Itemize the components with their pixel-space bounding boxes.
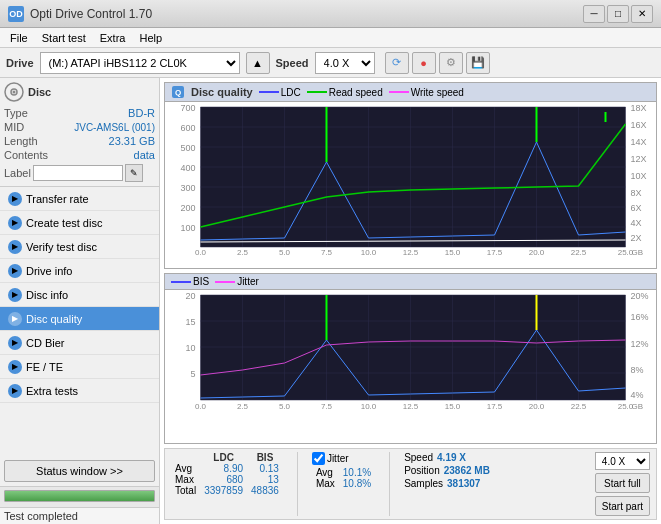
refresh-button[interactable]: ⟳ — [385, 52, 409, 74]
jitter-avg-label-text: Avg — [312, 467, 339, 478]
menu-bar: File Start test Extra Help — [0, 28, 661, 48]
start-part-button[interactable]: Start part — [595, 496, 650, 516]
menu-extra[interactable]: Extra — [94, 31, 132, 45]
svg-text:5: 5 — [190, 369, 195, 379]
progress-area — [0, 486, 159, 507]
nav-disc-quality[interactable]: ▶ Disc quality — [0, 307, 159, 331]
disc-length-row: Length 23.31 GB — [4, 134, 155, 148]
disc-label-row: Label ✎ — [4, 164, 155, 182]
stats-max-bis: 13 — [247, 474, 283, 485]
minimize-button[interactable]: ─ — [583, 5, 605, 23]
main-layout: Disc Type BD-R MID JVC-AMS6L (001) Lengt… — [0, 78, 661, 524]
svg-text:16X: 16X — [631, 120, 647, 130]
svg-text:17.5: 17.5 — [487, 248, 503, 257]
right-panel: Q Disc quality LDC Read speed Write spee… — [160, 78, 661, 524]
menu-file[interactable]: File — [4, 31, 34, 45]
nav-fe-te[interactable]: ▶ FE / TE — [0, 355, 159, 379]
disc-section: Disc Type BD-R MID JVC-AMS6L (001) Lengt… — [0, 78, 159, 187]
svg-text:12.5: 12.5 — [403, 248, 419, 257]
stats-separator-2 — [389, 452, 390, 516]
app-icon: OD — [8, 6, 24, 22]
window-title: Opti Drive Control 1.70 — [30, 7, 152, 21]
stats-avg-row: Avg 8.90 0.13 — [171, 463, 283, 474]
disc-mid-value: JVC-AMS6L (001) — [74, 122, 155, 133]
drive-select[interactable]: (M:) ATAPI iHBS112 2 CL0K — [40, 52, 240, 74]
progress-bar — [4, 490, 155, 502]
disc-quality-chart: Q Disc quality LDC Read speed Write spee… — [164, 82, 657, 269]
nav-label-cd-bier: CD Bier — [26, 337, 65, 349]
nav-create-test-disc[interactable]: ▶ Create test disc — [0, 211, 159, 235]
speed-label: Speed — [276, 57, 309, 69]
nav-icon-cd-bier: ▶ — [8, 336, 22, 350]
nav-icon-fe-te: ▶ — [8, 360, 22, 374]
svg-text:10: 10 — [185, 343, 195, 353]
svg-text:GB: GB — [632, 402, 644, 410]
speed-position-value: 23862 MB — [444, 465, 490, 476]
svg-text:8X: 8X — [631, 188, 642, 198]
nav-label-fe-te: FE / TE — [26, 361, 63, 373]
disc-quality-title: Disc quality — [191, 86, 253, 98]
stats-area: LDC BIS Avg 8.90 0.13 Max 680 13 — [164, 448, 657, 520]
nav-disc-info[interactable]: ▶ Disc info — [0, 283, 159, 307]
stats-total-ldc: 3397859 — [200, 485, 247, 496]
nav-label-disc-quality: Disc quality — [26, 313, 82, 325]
nav-transfer-rate[interactable]: ▶ Transfer rate — [0, 187, 159, 211]
svg-text:20%: 20% — [631, 291, 649, 301]
stats-total-row: Total 3397859 48836 — [171, 485, 283, 496]
svg-text:20: 20 — [185, 291, 195, 301]
disc-label-edit-button[interactable]: ✎ — [125, 164, 143, 182]
nav-label-verify-test-disc: Verify test disc — [26, 241, 97, 253]
disc-contents-row: Contents data — [4, 148, 155, 162]
stats-total-label: Total — [171, 485, 200, 496]
settings-button[interactable]: ⚙ — [439, 52, 463, 74]
speed-position-label: Position — [404, 465, 440, 476]
speed-select[interactable]: 4.0 X — [315, 52, 375, 74]
svg-text:16%: 16% — [631, 312, 649, 322]
disc-length-label: Length — [4, 135, 38, 147]
nav-verify-test-disc[interactable]: ▶ Verify test disc — [0, 235, 159, 259]
nav-extra-tests[interactable]: ▶ Extra tests — [0, 379, 159, 403]
speed-select-box[interactable]: 4.0 X — [595, 452, 650, 470]
svg-text:200: 200 — [180, 203, 195, 213]
speed-info: Speed 4.19 X Position 23862 MB Samples 3… — [404, 452, 490, 489]
nav-icon-transfer-rate: ▶ — [8, 192, 22, 206]
svg-text:7.5: 7.5 — [321, 402, 333, 410]
window-controls: ─ □ ✕ — [583, 5, 653, 23]
svg-text:0.0: 0.0 — [195, 402, 207, 410]
disc-button[interactable]: ● — [412, 52, 436, 74]
disc-type-value: BD-R — [128, 107, 155, 119]
close-button[interactable]: ✕ — [631, 5, 653, 23]
nav-label-transfer-rate: Transfer rate — [26, 193, 89, 205]
svg-text:17.5: 17.5 — [487, 402, 503, 410]
legend-jitter: Jitter — [215, 276, 259, 287]
jitter-avg-value: 10.1% — [339, 467, 375, 478]
menu-start-test[interactable]: Start test — [36, 31, 92, 45]
stats-avg-ldc: 8.90 — [200, 463, 247, 474]
svg-text:15: 15 — [185, 317, 195, 327]
left-panel: Disc Type BD-R MID JVC-AMS6L (001) Lengt… — [0, 78, 160, 524]
nav-cd-bier[interactable]: ▶ CD Bier — [0, 331, 159, 355]
eject-button[interactable]: ▲ — [246, 52, 270, 74]
svg-text:Q: Q — [175, 88, 181, 97]
jitter-check[interactable] — [312, 452, 325, 465]
status-window-button[interactable]: Status window >> — [4, 460, 155, 482]
title-bar: OD Opti Drive Control 1.70 ─ □ ✕ — [0, 0, 661, 28]
disc-title: Disc — [28, 86, 51, 98]
nav-drive-info[interactable]: ▶ Drive info — [0, 259, 159, 283]
save-button[interactable]: 💾 — [466, 52, 490, 74]
svg-text:20.0: 20.0 — [529, 248, 545, 257]
stats-table: LDC BIS Avg 8.90 0.13 Max 680 13 — [171, 452, 283, 496]
menu-help[interactable]: Help — [133, 31, 168, 45]
disc-quality-svg: 700 600 500 400 300 200 100 18X 16X 14X … — [165, 102, 656, 257]
start-full-button[interactable]: Start full — [595, 473, 650, 493]
svg-point-2 — [13, 91, 16, 94]
stats-avg-label: Avg — [171, 463, 200, 474]
maximize-button[interactable]: □ — [607, 5, 629, 23]
svg-text:10X: 10X — [631, 171, 647, 181]
nav-icon-verify-test-disc: ▶ — [8, 240, 22, 254]
bis-jitter-svg: 20 15 10 5 20% 16% 12% 8% 4% 0.0 2.5 5.0… — [165, 290, 656, 410]
jitter-checkbox[interactable]: Jitter — [312, 452, 375, 465]
stats-max-label: Max — [171, 474, 200, 485]
svg-text:7.5: 7.5 — [321, 248, 333, 257]
disc-label-input[interactable] — [33, 165, 123, 181]
